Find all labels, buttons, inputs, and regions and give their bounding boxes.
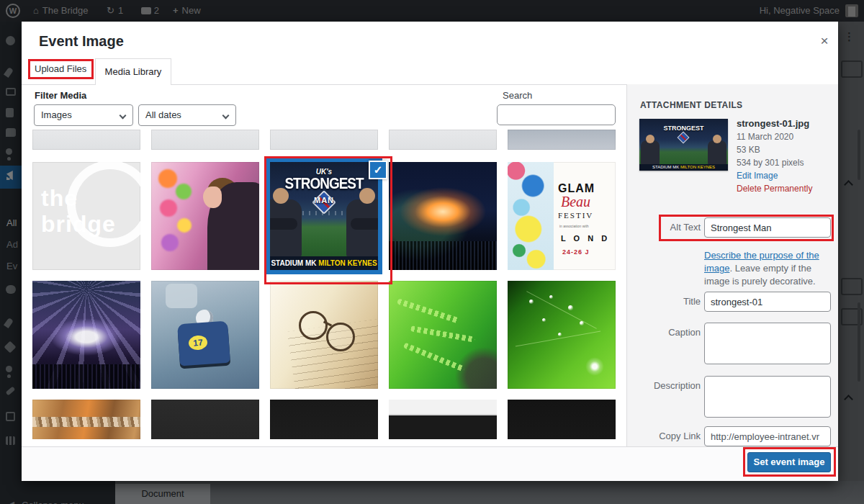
wordpress-admin-screen: W ⌂The Bridge ↻1 2 +New Hi, Negative Spa…: [0, 0, 864, 504]
fern-frond: [403, 342, 465, 372]
dew-drop: [568, 305, 573, 310]
chevron-down-icon: [120, 112, 127, 120]
brand-main-mini: STRONGEST: [639, 125, 728, 132]
selected-check-icon[interactable]: ✓: [369, 161, 387, 179]
chevron-down-icon: [222, 112, 230, 120]
media-type-value: Images: [41, 109, 72, 120]
attachment-thumbnail: STRONGEST STADIUM MK MILTON KEYNES: [639, 119, 728, 171]
attachment-details-heading: ATTACHMENT DETAILS: [640, 100, 743, 110]
media-item-glasses-book[interactable]: [270, 281, 378, 389]
strongman-right-mini: [708, 140, 726, 165]
candy-shape: [160, 199, 177, 217]
alt-text-label: Alt Text: [634, 222, 701, 233]
copy-link-label: Copy Link: [634, 431, 701, 441]
strongman-left: [270, 199, 302, 257]
glasses-lens: [299, 311, 328, 340]
caption-textarea[interactable]: [704, 323, 831, 364]
close-icon[interactable]: ×: [815, 32, 834, 50]
poster-text: L O N D: [561, 234, 610, 243]
bridge-logo-text: thebridge: [41, 185, 116, 237]
poster-text: Beau: [561, 194, 590, 210]
media-item-strongest-man-selected[interactable]: UK's STRONGEST MAN STADIUM MK MILTON KEY…: [266, 158, 382, 274]
attachment-meta: strongest-01.jpg 11 March 2020 53 KB 534…: [737, 117, 837, 195]
copy-link-input[interactable]: [704, 426, 831, 446]
kart-background: [166, 284, 197, 308]
media-item-video-poster[interactable]: [389, 400, 497, 439]
paint-splash: [508, 162, 554, 270]
media-item-dark-3[interactable]: [508, 400, 616, 439]
media-item-glam-festival-poster[interactable]: GLAM Beau FESTIV in association with L O…: [508, 162, 616, 270]
alt-text-input[interactable]: [704, 217, 831, 238]
crowd-silhouette: [32, 364, 140, 389]
media-item-rope[interactable]: [32, 400, 140, 439]
tab-upload-files[interactable]: Upload Files: [35, 63, 86, 74]
edit-image-link[interactable]: Edit Image: [737, 169, 837, 182]
media-item-concert[interactable]: [32, 281, 140, 389]
dew-drop: [580, 321, 584, 325]
date-filter-value: All dates: [145, 109, 181, 120]
event-image-modal: Event Image × Upload Files Media Library…: [22, 22, 838, 481]
dew-drop: [542, 318, 546, 322]
set-event-image-button[interactable]: Set event image: [747, 452, 831, 472]
media-type-select[interactable]: Images: [34, 104, 133, 126]
media-grid: thebridge UK's STRONG: [22, 130, 626, 439]
attachment-size: 53 KB: [737, 143, 837, 156]
media-item-dark-1[interactable]: [151, 400, 259, 439]
search-input[interactable]: [497, 104, 616, 125]
search-label: Search: [503, 90, 532, 101]
alt-help-text: Describe the purpose of the image. Leave…: [704, 249, 832, 288]
rope-texture: [32, 417, 140, 427]
fern-frond: [410, 325, 475, 343]
media-item-partial[interactable]: [270, 130, 378, 150]
attachment-details-panel: ATTACHMENT DETAILS STRONGEST STADIUM MK …: [626, 84, 838, 448]
media-item-bridge-logo[interactable]: thebridge: [32, 162, 140, 270]
media-item-go-karts[interactable]: 17: [151, 281, 259, 389]
dew-drop: [529, 300, 534, 304]
media-item-fern[interactable]: [389, 281, 497, 389]
media-item-partial[interactable]: [508, 130, 616, 150]
media-item-partial[interactable]: [151, 130, 259, 150]
title-input[interactable]: [704, 292, 831, 312]
tab-media-library[interactable]: Media Library: [95, 58, 171, 85]
dew-drop: [558, 333, 562, 336]
light-starburst: [585, 357, 604, 376]
candy-shape: [176, 184, 192, 199]
date-filter-select[interactable]: All dates: [138, 104, 236, 126]
filter-media-heading: Filter Media: [35, 90, 86, 101]
poster-text: in association with: [559, 224, 589, 228]
strongman-right: [346, 199, 378, 257]
candy-shape: [158, 169, 177, 188]
leaf-vein: [526, 291, 597, 329]
description-textarea[interactable]: [704, 376, 831, 418]
description-label: Description: [634, 380, 701, 391]
media-item-leaf-dew[interactable]: [508, 281, 616, 389]
attachment-filename: strongest-01.jpg: [737, 117, 837, 130]
thumbnail-caption: STADIUM MK MILTON KEYNES: [270, 256, 378, 270]
dew-drop: [549, 295, 553, 299]
woman-silhouette: [203, 186, 222, 208]
poster-text: FESTIV: [558, 211, 593, 220]
strongman-left-mini: [641, 140, 660, 165]
media-item-candy-woman[interactable]: [151, 162, 259, 270]
title-label: Title: [634, 296, 701, 307]
thumbnail-caption-mini: STADIUM MK MILTON KEYNES: [639, 164, 728, 171]
strongest-man-thumbnail: UK's STRONGEST MAN STADIUM MK MILTON KEY…: [270, 162, 378, 270]
attachment-date: 11 March 2020: [737, 130, 837, 143]
media-item-partial[interactable]: [32, 130, 140, 150]
media-item-dark-2[interactable]: [270, 400, 378, 439]
candy-shape: [161, 234, 179, 251]
candy-shape: [177, 218, 192, 233]
caption-label: Caption: [634, 327, 701, 338]
modal-title: Event Image: [39, 33, 124, 50]
fern-frond: [397, 298, 460, 323]
brand-shield-text: MAN: [270, 196, 378, 204]
media-item-night-festival[interactable]: [389, 162, 497, 270]
crowd-silhouette: [389, 241, 497, 270]
poster-top-strip: [389, 400, 497, 415]
shield-mini: [678, 132, 690, 144]
media-item-partial[interactable]: [389, 130, 497, 150]
delete-permanently-link[interactable]: Delete Permanently: [737, 182, 837, 195]
modal-toolbar: Set event image: [22, 446, 838, 481]
glasses-lens: [326, 323, 355, 351]
attachment-dimensions: 534 by 301 pixels: [737, 156, 837, 169]
